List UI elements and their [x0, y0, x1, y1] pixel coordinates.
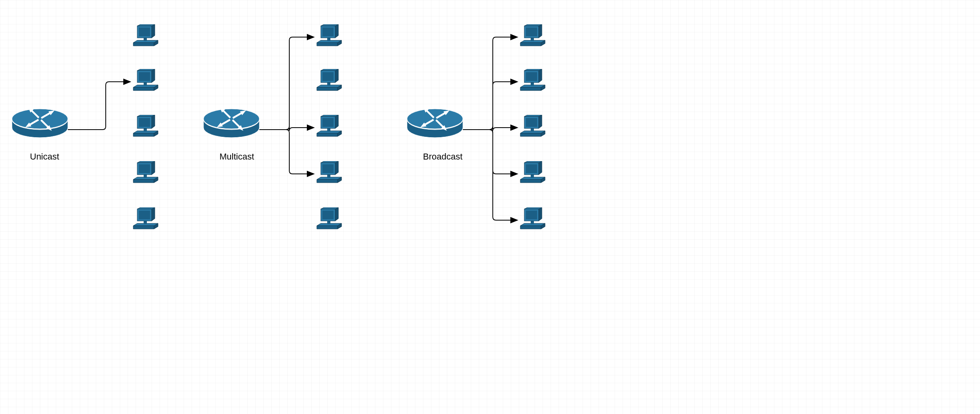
computer-icon [519, 69, 547, 96]
svg-rect-45 [531, 221, 534, 224]
svg-rect-6 [139, 72, 150, 81]
svg-rect-26 [327, 175, 330, 178]
multicast-label: Multicast [219, 152, 254, 162]
svg-rect-1 [144, 38, 147, 41]
svg-rect-5 [137, 71, 152, 83]
svg-rect-2 [137, 26, 152, 38]
svg-rect-17 [327, 38, 330, 41]
router-icon [204, 108, 259, 141]
svg-point-16 [204, 109, 259, 129]
computer-icon [315, 207, 343, 235]
svg-rect-7 [144, 128, 147, 132]
svg-rect-27 [321, 163, 335, 175]
svg-rect-13 [144, 221, 147, 224]
router-icon [407, 108, 463, 141]
broadcast-label: Broadcast [423, 152, 462, 162]
svg-rect-12 [139, 164, 150, 173]
computer-icon [132, 115, 160, 142]
svg-rect-33 [531, 38, 534, 41]
svg-rect-34 [524, 26, 539, 38]
svg-rect-44 [526, 164, 537, 173]
svg-rect-19 [322, 28, 334, 36]
computer-icon [315, 24, 343, 51]
svg-rect-23 [327, 128, 330, 132]
svg-rect-31 [322, 211, 334, 219]
svg-rect-38 [526, 72, 537, 81]
unicast-label: Unicast [30, 152, 59, 162]
svg-rect-42 [531, 175, 534, 178]
computer-icon [519, 207, 547, 235]
svg-rect-36 [531, 83, 534, 86]
svg-rect-18 [321, 26, 335, 38]
svg-rect-29 [327, 221, 330, 224]
svg-rect-21 [321, 71, 335, 83]
svg-rect-22 [322, 72, 334, 81]
computer-icon [132, 69, 160, 96]
svg-rect-3 [139, 28, 150, 36]
svg-rect-47 [526, 211, 537, 219]
computer-icon [132, 161, 160, 188]
computer-icon [132, 24, 160, 51]
svg-rect-41 [526, 118, 537, 127]
svg-rect-46 [524, 209, 539, 221]
svg-rect-4 [144, 83, 147, 86]
svg-rect-15 [139, 211, 150, 219]
svg-rect-25 [322, 118, 334, 127]
router-icon [12, 108, 68, 141]
svg-rect-10 [144, 175, 147, 178]
computer-icon [315, 115, 343, 142]
svg-rect-24 [321, 116, 335, 128]
svg-point-0 [12, 109, 68, 129]
svg-rect-43 [524, 163, 539, 175]
svg-rect-28 [322, 164, 334, 173]
svg-rect-35 [526, 28, 537, 36]
computer-icon [519, 161, 547, 188]
svg-rect-40 [524, 116, 539, 128]
computer-icon [315, 69, 343, 96]
computer-icon [132, 207, 160, 235]
svg-rect-39 [531, 128, 534, 132]
computer-icon [519, 115, 547, 142]
svg-rect-9 [139, 118, 150, 127]
svg-rect-14 [137, 209, 152, 221]
svg-rect-37 [524, 71, 539, 83]
svg-rect-11 [137, 163, 152, 175]
svg-point-32 [407, 109, 463, 129]
svg-rect-8 [137, 116, 152, 128]
svg-rect-30 [321, 209, 335, 221]
computer-icon [519, 24, 547, 51]
svg-rect-20 [327, 83, 330, 86]
computer-icon [315, 161, 343, 188]
